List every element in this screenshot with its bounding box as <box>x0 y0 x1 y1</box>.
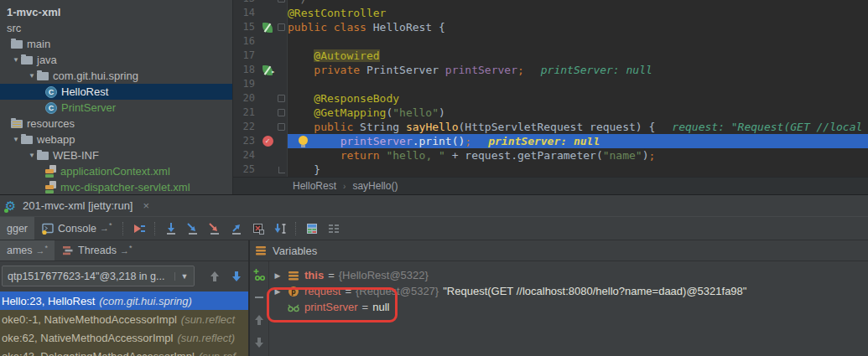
variable-row[interactable]: ▶this={HelloRest@5322} <box>269 267 868 283</box>
code-line[interactable]: public String sayHello(HttpServletReques… <box>288 120 868 134</box>
tree-item-label: webapp <box>37 133 75 146</box>
tree-item-resources[interactable]: resources <box>0 116 232 132</box>
fold-marker-icon[interactable] <box>278 123 285 131</box>
fold-marker-icon[interactable] <box>278 23 285 31</box>
tree-item-1-mvc-xml[interactable]: 1-mvc-xml <box>0 4 232 20</box>
code-line[interactable]: } <box>288 163 868 177</box>
gutter-icon-slot <box>259 163 276 177</box>
evaluate-expression-icon[interactable] <box>305 222 319 235</box>
code-line[interactable]: public class HelloRest { <box>288 20 868 34</box>
code-editor[interactable]: 13 */14@RestController15public class Hel… <box>233 0 868 194</box>
fold-marker-icon[interactable] <box>278 0 285 3</box>
editor-line-20: 20 @ResponseBody <box>233 91 868 106</box>
inline-debugger-hint: printServer: null <box>541 64 652 76</box>
chevron-down-icon[interactable]: ▼ <box>174 272 194 281</box>
code-token: ) <box>642 149 649 162</box>
code-line[interactable]: @Autowired <box>288 49 868 63</box>
code-line[interactable]: private PrintServer printServer;printSer… <box>288 63 868 77</box>
debug-content: ames →* Threads →* qtp1517677623-14"@3,2… <box>0 240 868 356</box>
run-to-cursor-icon[interactable] <box>273 222 287 235</box>
tree-item-printserver[interactable]: PrintServer <box>0 100 232 116</box>
variable-expand-arrow-icon[interactable]: ▶ <box>273 271 283 280</box>
move-up-icon[interactable] <box>252 313 266 327</box>
tree-item-applicationcontext-xml[interactable]: applicationContext.xml <box>0 163 232 179</box>
variable-expand-arrow-icon[interactable]: ▶ <box>273 287 283 296</box>
tab-console[interactable]: Console →* <box>34 217 118 240</box>
move-down-icon[interactable] <box>252 336 266 349</box>
tab-debugger[interactable]: gger <box>0 217 34 240</box>
thread-dropdown[interactable]: qtp1517677623-14"@3,218 in g... ▼ <box>2 266 195 286</box>
show-execution-point-icon[interactable] <box>133 222 146 235</box>
breadcrumb: HelloRest›sayHello() <box>233 177 868 194</box>
gutter-icon-slot <box>259 91 276 106</box>
breadcrumb-item[interactable]: sayHello() <box>352 180 398 192</box>
variable-string-value: "Request(GET //localhost:8080/hello?name… <box>443 285 746 297</box>
tree-item-main[interactable]: main <box>0 36 232 52</box>
force-step-into-icon[interactable] <box>208 222 221 235</box>
close-icon[interactable]: × <box>143 199 149 212</box>
fold-marker-icon[interactable] <box>278 95 285 102</box>
breakpoint-icon[interactable] <box>262 136 273 147</box>
breadcrumb-item[interactable]: HelloRest <box>293 180 336 192</box>
code-line[interactable]: */ <box>288 0 868 6</box>
add-watch-icon[interactable] <box>252 268 266 281</box>
debugger-toolbar: gger Console →* <box>0 216 868 240</box>
variable-row[interactable]: printServer=null <box>269 299 868 315</box>
fold-marker-icon[interactable] <box>278 109 285 116</box>
tree-expand-arrow-icon[interactable]: ▼ <box>27 72 37 80</box>
code-line[interactable]: @ResponseBody <box>288 91 868 106</box>
code-token <box>288 121 314 133</box>
tree-item-com-git-hui-spring[interactable]: ▼com.git.hui.spring <box>0 68 232 84</box>
tree-item-hellorest[interactable]: HelloRest <box>0 84 232 100</box>
console-icon <box>41 222 55 235</box>
frame-package: (sun.reflect) <box>177 332 235 344</box>
tree-expand-arrow-icon[interactable]: ▼ <box>11 136 21 143</box>
project-tree: 1-mvc-xmlsrcmain▼java▼com.git.hui.spring… <box>0 4 232 194</box>
code-token <box>288 106 314 119</box>
stack-frame-row[interactable]: Hello:23, HelloRest(com.git.hui.spring) <box>0 292 248 310</box>
stack-frame-row[interactable]: oke:62, NativeMethodAccessorImpl(sun.ref… <box>0 328 248 347</box>
tree-item-src[interactable]: src <box>0 20 232 36</box>
line-number: 23 <box>233 134 259 148</box>
tab-frames[interactable]: ames →* <box>0 240 55 261</box>
editor-line-19: 19 <box>233 77 868 91</box>
code-line[interactable]: printServer.print();printServer: null <box>288 134 868 148</box>
watch-toolbar <box>250 261 269 356</box>
gutter-icon-slot <box>259 0 276 6</box>
editor-line-17: 17 @Autowired <box>233 49 868 63</box>
code-line[interactable]: @GetMapping("hello") <box>288 106 868 120</box>
remove-watch-icon[interactable] <box>252 291 266 304</box>
fold-marker-slot <box>276 63 288 77</box>
stack-frame-row[interactable]: oke0:-1, NativeMethodAccessorImpl(sun.re… <box>0 310 248 328</box>
code-line[interactable]: return "hello, " + request.getParameter(… <box>288 148 868 163</box>
stack-frame-row[interactable]: oke:43, DelegatingMethodAccessorImpl(sun… <box>0 347 248 356</box>
frame-down-icon[interactable] <box>230 270 243 283</box>
drop-frame-icon[interactable] <box>252 222 265 235</box>
tree-item-webapp[interactable]: ▼webapp <box>0 132 232 147</box>
spring-autowired-icon[interactable] <box>262 65 273 75</box>
variable-row[interactable]: ▶prequest={Request@5327}"Request(GET //l… <box>269 283 868 299</box>
frame-up-icon[interactable] <box>208 270 221 283</box>
step-over-icon[interactable] <box>164 222 178 235</box>
tree-item-mvc-dispatcher-servlet-xml[interactable]: mvc-dispatcher-servlet.xml <box>0 179 232 194</box>
intention-bulb-icon[interactable] <box>299 136 308 145</box>
fold-end-icon[interactable] <box>278 167 285 173</box>
code-line[interactable] <box>288 77 868 91</box>
tree-item-java[interactable]: ▼java <box>0 52 232 68</box>
gutter-icon-slot <box>259 49 276 63</box>
layout-settings-icon[interactable] <box>327 222 340 235</box>
tree-expand-arrow-icon[interactable]: ▼ <box>27 152 37 159</box>
tree-item-web-inf[interactable]: ▼WEB-INF <box>0 147 232 163</box>
tab-threads[interactable]: Threads →* <box>55 240 138 261</box>
variable-value: {HelloRest@5322} <box>339 269 429 281</box>
code-line[interactable] <box>288 34 868 49</box>
spring-bean-icon[interactable] <box>262 23 273 33</box>
tree-item-label: com.git.hui.spring <box>53 70 138 82</box>
step-into-icon[interactable] <box>186 222 200 235</box>
gutter-icon-slot <box>259 106 276 120</box>
tree-expand-arrow-icon[interactable]: ▼ <box>11 56 21 64</box>
equals-sign: = <box>328 269 335 281</box>
editor-line-24: 24 return "hello, " + request.getParamet… <box>233 148 868 163</box>
step-out-icon[interactable] <box>230 222 243 235</box>
code-line[interactable]: @RestController <box>288 6 868 20</box>
